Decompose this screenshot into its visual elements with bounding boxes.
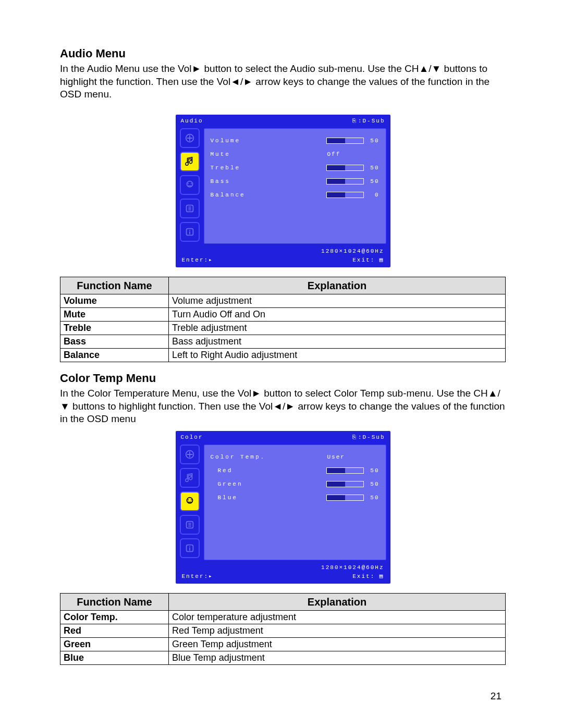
osd-value-bass: 50 — [369, 178, 380, 184]
osd-slider-balance[interactable] — [326, 192, 364, 198]
osd-sidebar — [180, 445, 200, 560]
osd-slider-treble[interactable] — [326, 165, 364, 171]
table-row: GreenGreen Temp adjustment — [60, 638, 506, 651]
osd-slider-green[interactable] — [326, 481, 364, 487]
osd-row-bass[interactable]: Bass 50 — [211, 175, 380, 188]
osd-row-red[interactable]: Red 50 — [211, 464, 380, 477]
picture-tab-icon[interactable] — [180, 128, 200, 148]
ex-cell: Blue Temp adjustment — [169, 651, 506, 665]
table-row: VolumeVolume adjustment — [60, 294, 506, 308]
table-row: RedRed Temp adjustment — [60, 624, 506, 638]
osd-audio-panel: Audio ⎘:D-Sub — [176, 115, 390, 267]
color-tab-icon[interactable] — [180, 175, 200, 195]
osd-slider-volume[interactable] — [326, 138, 364, 144]
table-header-explanation: Explanation — [169, 277, 506, 294]
osd-label-colortemp: Color Temp. — [211, 454, 266, 460]
osd-color-panel: Color ⎘:D-Sub — [176, 431, 390, 584]
ex-cell: Treble adjustment — [169, 322, 506, 335]
audio-tab-icon[interactable] — [180, 152, 200, 171]
picture-tab-icon[interactable] — [180, 445, 200, 464]
audio-menu-heading: Audio Menu — [60, 47, 506, 60]
fn-cell: Bass — [60, 335, 169, 349]
osd-value-colortemp: User — [327, 454, 364, 460]
osd-value-balance: 0 — [369, 192, 380, 198]
osd-label-balance: Balance — [211, 192, 246, 198]
osd-exit-hint: Exit: ▤ — [352, 573, 384, 579]
osd-label-bass: Bass — [211, 178, 230, 184]
info-tab-icon[interactable] — [180, 538, 200, 558]
color-tab-icon[interactable] — [180, 491, 200, 511]
osd-row-blue[interactable]: Blue 50 — [211, 491, 380, 504]
osd-label-volume: Volume — [211, 138, 241, 144]
ex-cell: Volume adjustment — [169, 294, 506, 308]
osd-input-indicator: ⎘:D-Sub — [352, 118, 385, 124]
audio-tab-icon[interactable] — [180, 468, 200, 488]
osd-input-label: :D-Sub — [358, 434, 385, 440]
osd-row-green[interactable]: Green 50 — [211, 477, 380, 491]
osd-exit-hint: Exit: ▤ — [352, 256, 384, 263]
setup-tab-icon[interactable] — [180, 515, 200, 535]
osd-row-mute[interactable]: Mute Off 00 — [211, 147, 380, 161]
fn-cell: Mute — [60, 308, 169, 322]
osd-value-blue: 50 — [369, 495, 380, 501]
osd-audio-title: Audio — [181, 118, 203, 124]
fn-cell: Balance — [60, 349, 169, 362]
table-header-function: Function Name — [60, 277, 169, 294]
osd-input-label: :D-Sub — [358, 118, 385, 124]
osd-sidebar — [180, 128, 200, 244]
osd-input-indicator: ⎘:D-Sub — [352, 434, 385, 440]
svg-point-2 — [188, 183, 189, 184]
fn-cell: Red — [60, 624, 169, 638]
ex-cell: Red Temp adjustment — [169, 624, 506, 638]
table-header-function: Function Name — [60, 594, 169, 611]
osd-slider-bass[interactable] — [326, 178, 364, 184]
input-icon: ⎘ — [352, 118, 357, 124]
osd-label-blue: Blue — [211, 495, 238, 501]
ex-cell: Green Temp adjustment — [169, 638, 506, 651]
fn-cell: Volume — [60, 294, 169, 308]
table-row: Color Temp.Color temperature adjustment — [60, 611, 506, 624]
ex-cell: Bass adjustment — [169, 335, 506, 349]
osd-row-colortemp[interactable]: Color Temp. User 00 — [211, 450, 380, 464]
fn-cell: Green — [60, 638, 169, 651]
svg-rect-15 — [189, 548, 190, 551]
table-row: BlueBlue Temp adjustment — [60, 651, 506, 665]
osd-row-volume[interactable]: Volume 50 — [211, 134, 380, 147]
osd-value-green: 50 — [369, 481, 380, 487]
osd-label-red: Red — [211, 467, 233, 474]
osd-label-treble: Treble — [211, 165, 241, 171]
osd-value-treble: 50 — [369, 165, 380, 171]
osd-resolution: 1280×1024@60Hz — [176, 248, 390, 255]
osd-value-mute: Off — [327, 151, 364, 157]
audio-function-table: Function Name Explanation VolumeVolume a… — [60, 277, 506, 362]
osd-slider-red[interactable] — [326, 467, 364, 474]
input-icon: ⎘ — [352, 434, 357, 440]
svg-point-3 — [190, 183, 191, 184]
osd-audio-content: Volume 50 Mute Off 00 T — [204, 128, 386, 244]
ex-cell: Color temperature adjustment — [169, 611, 506, 624]
osd-row-balance[interactable]: Balance 0 — [211, 188, 380, 202]
svg-rect-7 — [189, 231, 190, 235]
svg-rect-6 — [189, 230, 190, 231]
color-temp-menu-paragraph: In the Color Temperature Menu, use the V… — [60, 387, 506, 426]
setup-tab-icon[interactable] — [180, 199, 200, 218]
osd-value-volume: 50 — [369, 138, 380, 144]
svg-rect-14 — [189, 546, 190, 547]
ex-cell: Left to Right Audio adjustment — [169, 349, 506, 362]
audio-menu-paragraph: In the Audio Menu use the Vol► button to… — [60, 63, 506, 101]
ex-cell: Turn Audio Off and On — [169, 308, 506, 322]
page-number: 21 — [491, 690, 501, 702]
svg-point-10 — [188, 499, 189, 500]
osd-label-green: Green — [211, 481, 243, 487]
info-tab-icon[interactable] — [180, 222, 200, 242]
fn-cell: Treble — [60, 322, 169, 335]
table-header-explanation: Explanation — [169, 594, 506, 611]
osd-color-content: Color Temp. User 00 Red 50 — [204, 445, 386, 560]
svg-point-11 — [190, 499, 191, 500]
fn-cell: Blue — [60, 651, 169, 665]
osd-enter-hint: Enter:▸ — [182, 256, 213, 263]
color-temp-menu-heading: Color Temp Menu — [60, 372, 506, 385]
osd-slider-blue[interactable] — [326, 495, 364, 501]
table-row: MuteTurn Audio Off and On — [60, 308, 506, 322]
osd-row-treble[interactable]: Treble 50 — [211, 161, 380, 175]
